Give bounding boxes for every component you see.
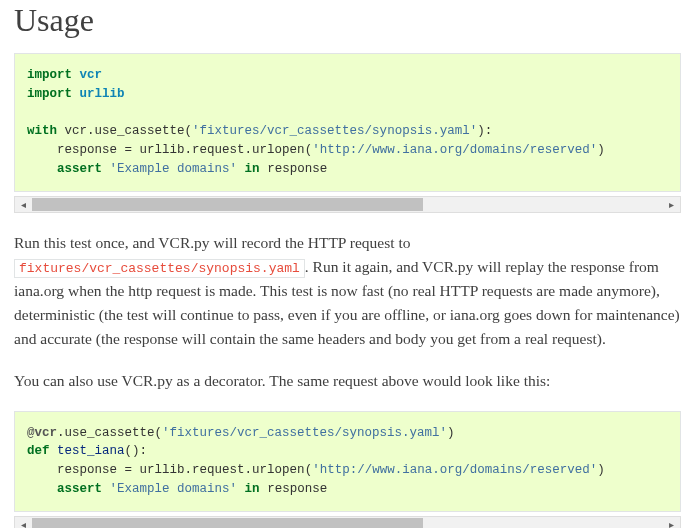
paragraph-1: Run this test once, and VCR.py will reco… [14,231,681,351]
scroll-left-arrow-icon[interactable]: ◂ [15,517,32,528]
name: urlopen [252,463,305,477]
punct: ( [305,143,313,157]
name: use_cassette [65,426,155,440]
punct: . [245,143,253,157]
punct: . [87,124,95,138]
punct: ) [597,463,605,477]
punct: . [57,426,65,440]
scroll-left-arrow-icon[interactable]: ◂ [15,197,32,212]
name: urllib [140,143,185,157]
kw-in: in [245,482,260,496]
name: use_cassette [95,124,185,138]
punct: ) [597,143,605,157]
scroll-track[interactable] [32,517,663,528]
scroll-right-arrow-icon[interactable]: ▸ [663,197,680,212]
name: request [192,143,245,157]
code-block-2: @vcr.use_cassette('fixtures/vcr_cassette… [14,411,681,512]
func-name: test_iana [57,444,125,458]
punct: ( [305,463,313,477]
inline-code-path: fixtures/vcr_cassettes/synopsis.yaml [14,259,305,278]
punct: ( [185,124,193,138]
code-block-1: import vcr import urllib with vcr.use_ca… [14,53,681,192]
scroll-thumb[interactable] [32,518,423,528]
name: response [57,143,117,157]
name: response [267,162,327,176]
horizontal-scrollbar[interactable]: ◂ ▸ [14,516,681,528]
kw-with: with [27,124,57,138]
mod-vcr: vcr [80,68,103,82]
decorator: @vcr [27,426,57,440]
name: urlopen [252,143,305,157]
kw-in: in [245,162,260,176]
string: 'fixtures/vcr_cassettes/synopsis.yaml' [192,124,477,138]
name: request [192,463,245,477]
mod-urllib: urllib [80,87,125,101]
scroll-right-arrow-icon[interactable]: ▸ [663,517,680,528]
kw-import: import [27,87,72,101]
kw-import: import [27,68,72,82]
kw-def: def [27,444,50,458]
string: 'http://www.iana.org/domains/reserved' [312,463,597,477]
punct: = [117,143,140,157]
horizontal-scrollbar[interactable]: ◂ ▸ [14,196,681,213]
paragraph-2: You can also use VCR.py as a decorator. … [14,369,681,393]
text: Run this test once, and VCR.py will reco… [14,234,410,251]
string: 'Example domains' [110,162,238,176]
name: vcr [65,124,88,138]
kw-assert: assert [57,162,102,176]
scroll-track[interactable] [32,197,663,212]
string: 'Example domains' [110,482,238,496]
name: urllib [140,463,185,477]
kw-assert: assert [57,482,102,496]
name: response [267,482,327,496]
punct: (): [125,444,148,458]
punct: . [245,463,253,477]
scroll-thumb[interactable] [32,198,423,211]
doc-container: Usage import vcr import urllib with vcr.… [0,0,695,528]
punct: ): [477,124,492,138]
punct: ( [155,426,163,440]
string: 'fixtures/vcr_cassettes/synopsis.yaml' [162,426,447,440]
punct: . [185,143,193,157]
punct: ) [447,426,455,440]
page-title: Usage [14,0,681,39]
name: response [57,463,117,477]
punct: = [117,463,140,477]
punct: . [185,463,193,477]
string: 'http://www.iana.org/domains/reserved' [312,143,597,157]
